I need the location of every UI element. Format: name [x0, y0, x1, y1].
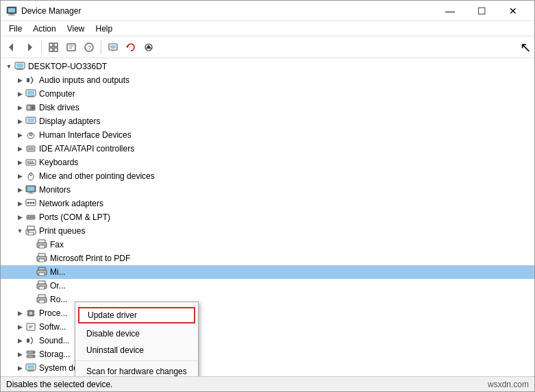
list-item[interactable]: ▶ Monitors [1, 183, 534, 197]
show-hide-button[interactable] [45, 39, 62, 56]
list-item[interactable]: Mi... [1, 265, 534, 279]
menu-help[interactable]: Help [90, 23, 119, 35]
printer-icon [36, 294, 47, 305]
item-label: Monitors [39, 185, 71, 195]
maximize-button[interactable]: ☐ [466, 1, 497, 21]
ctx-update-driver[interactable]: Update driver [78, 307, 195, 323]
item-label: Keyboards [39, 158, 78, 167]
forward-button[interactable] [21, 39, 38, 56]
list-item[interactable]: ▶ Audio inputs and outputs [1, 73, 534, 87]
root-label: DESKTOP-UO336DT [28, 62, 107, 71]
scan-button[interactable] [123, 39, 139, 56]
svg-rect-28 [29, 96, 33, 97]
svg-rect-17 [112, 50, 114, 51]
cursor-indicator: ↖ [520, 39, 532, 56]
list-item[interactable]: Fax [1, 238, 534, 252]
svg-rect-8 [49, 48, 53, 51]
svg-point-61 [30, 217, 32, 218]
expand-icon: ▶ [14, 321, 25, 332]
item-label: Sound... [39, 336, 70, 345]
expand-icon: ▶ [14, 116, 25, 127]
list-item[interactable]: ▶ Display adapters [1, 114, 534, 128]
ctx-disable-device[interactable]: Disable device [75, 326, 198, 342]
svg-rect-6 [49, 43, 53, 47]
device-manager-window: Device Manager — ☐ ✕ File Action View He… [0, 0, 535, 392]
list-item[interactable]: Microsoft Print to PDF [1, 252, 534, 265]
expand-root: ▼ [3, 61, 14, 72]
help-button[interactable]: ? [81, 39, 97, 56]
svg-rect-65 [28, 232, 34, 235]
audio-icon [25, 75, 36, 86]
list-item[interactable]: ▶ Mice and other pointing devices [1, 169, 534, 183]
list-item[interactable]: ▶ Network adapters [1, 197, 534, 210]
ctx-uninstall-device[interactable]: Uninstall device [75, 342, 198, 358]
list-item[interactable]: ▶ IDE ATA/ATAPI controllers [1, 142, 534, 156]
svg-rect-52 [29, 192, 32, 193]
list-item[interactable]: ▶ Keyboards [1, 156, 534, 169]
svg-point-47 [28, 173, 34, 180]
item-label: Microsoft Print to PDF [50, 254, 130, 263]
list-item[interactable]: ▶ Computer [1, 87, 534, 101]
item-label: Or... [50, 281, 66, 291]
svg-rect-98 [29, 370, 33, 371]
display-icon [25, 116, 36, 127]
svg-rect-83 [29, 312, 32, 315]
item-label: Ro... [50, 295, 67, 304]
list-item[interactable]: Or... [1, 279, 534, 293]
svg-rect-45 [32, 161, 33, 162]
tree-root[interactable]: ▼ DESKTOP-UO336DT [1, 60, 534, 73]
list-item[interactable]: ▼ Print queues [1, 224, 534, 238]
storage-icon [25, 349, 36, 360]
svg-point-94 [33, 352, 34, 353]
update-driver-button[interactable] [140, 39, 157, 56]
svg-marker-5 [28, 43, 32, 51]
status-text: Disables the selected device. [6, 380, 112, 389]
svg-rect-24 [16, 69, 23, 70]
item-label: Human Interface Devices [39, 130, 132, 140]
minimize-button[interactable]: — [434, 1, 466, 21]
expand-icon: ▶ [14, 157, 25, 168]
menu-bar: File Action View Help [1, 21, 534, 36]
list-item[interactable]: ▶ Ports (COM & LPT) [1, 210, 534, 224]
expand-icon: ▶ [14, 198, 25, 209]
back-button[interactable] [3, 39, 20, 56]
menu-action[interactable]: Action [27, 23, 61, 35]
keyboard-icon [25, 157, 36, 168]
monitor-icon [25, 184, 36, 195]
ide-icon [25, 143, 36, 154]
expand-icon: ▶ [14, 308, 25, 319]
item-label: Proce... [39, 308, 67, 318]
expand-icon: ▶ [14, 88, 25, 99]
processor-icon [25, 308, 36, 319]
item-label: Mice and other pointing devices [39, 171, 155, 181]
svg-text:?: ? [88, 45, 91, 51]
svg-rect-99 [27, 371, 34, 371]
ctx-scan-hardware[interactable]: Scan for hardware changes [75, 363, 198, 376]
device-view-button[interactable] [105, 39, 121, 56]
svg-rect-43 [27, 161, 29, 162]
menu-view[interactable]: View [62, 23, 90, 35]
disk-icon [25, 102, 36, 113]
svg-rect-88 [27, 323, 35, 330]
menu-file[interactable]: File [3, 23, 27, 35]
svg-rect-51 [27, 187, 34, 191]
ctx-separator-1 [75, 360, 198, 361]
computer-icon [14, 61, 25, 72]
expand-icon: ▶ [14, 212, 25, 223]
svg-marker-20 [146, 45, 151, 49]
expand-icon [25, 239, 36, 250]
printer-icon [36, 267, 47, 278]
list-item[interactable]: ▶ Disk drives [1, 101, 534, 114]
context-menu: Update driver Disable device Uninstall d… [75, 302, 199, 376]
properties-button[interactable] [63, 39, 79, 56]
list-item[interactable]: ▶ Human Interface Devices [1, 128, 534, 142]
expand-icon: ▶ [14, 75, 25, 86]
close-button[interactable]: ✕ [497, 1, 529, 21]
svg-rect-9 [54, 48, 58, 51]
print-icon [25, 225, 36, 236]
toolbar: ? ↖ [1, 36, 534, 58]
svg-rect-7 [54, 43, 58, 47]
svg-rect-25 [27, 78, 29, 82]
expand-icon: ▶ [14, 102, 25, 113]
svg-rect-81 [39, 300, 45, 303]
